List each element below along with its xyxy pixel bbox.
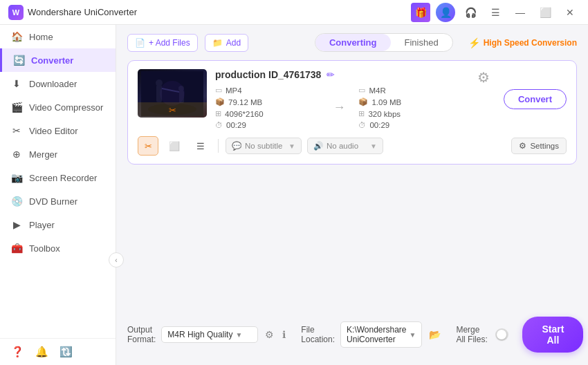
minimize-icon[interactable]: — — [511, 3, 530, 22]
main-layout: 🏠 Home 🔄 Converter ⬇ Downloader 🎬 Video … — [0, 25, 588, 365]
sidebar-item-player[interactable]: ▶ Player — [0, 213, 116, 236]
sidebar-item-screen-recorder[interactable]: 📷 Screen Recorder — [0, 166, 116, 189]
target-format-row: ▭ M4R — [358, 86, 463, 95]
sidebar-collapse-button[interactable]: ‹ — [109, 252, 124, 268]
tab-finished[interactable]: Finished — [391, 34, 452, 51]
settings-button[interactable]: ⚙ Settings — [511, 138, 567, 154]
add-files-icon: 📄 — [135, 38, 145, 48]
sidebar-item-video-compressor[interactable]: 🎬 Video Compressor — [0, 95, 116, 119]
effects-tool-button[interactable]: ☰ — [190, 136, 211, 156]
sidebar-item-toolbox[interactable]: 🧰 Toolbox — [0, 236, 116, 260]
target-duration: 00:29 — [369, 121, 389, 129]
target-size: 1.09 MB — [371, 98, 401, 106]
refresh-icon[interactable]: 🔃 — [59, 346, 73, 358]
card-right-icons: ⚙ — [477, 69, 490, 86]
format-info-icon[interactable]: ℹ — [281, 328, 287, 341]
title-bar: W Wondershare UniConverter 🎁 👤 🎧 ☰ — ⬜ ✕ — [0, 0, 588, 25]
bell-icon[interactable]: 🔔 — [35, 346, 48, 358]
screen-recorder-icon: 📷 — [11, 172, 22, 183]
source-size: 79.12 MB — [228, 98, 262, 106]
home-icon: 🏠 — [11, 31, 22, 42]
sidebar-label-screen-recorder: Screen Recorder — [29, 173, 97, 183]
sidebar-label-home: Home — [29, 32, 53, 42]
merge-all-field: Merge All Files: — [456, 325, 508, 344]
file-thumbnail: ✂ — [138, 69, 207, 118]
start-all-button[interactable]: Start All — [522, 317, 583, 353]
target-bitrate: 320 kbps — [368, 110, 401, 118]
format-chevron-icon: ▼ — [235, 331, 242, 339]
high-speed-label: High Speed Conversion — [484, 38, 577, 48]
source-duration-row: ⏱ 00:29 — [215, 121, 320, 129]
edit-title-icon[interactable]: ✏ — [327, 69, 335, 80]
file-info: production ID_4761738 ✏ ▭ MP4 📦 — [215, 69, 463, 129]
output-format-field: Output Format: M4R High Quality ▼ ⚙ ℹ — [127, 325, 287, 344]
output-format-value: M4R High Quality — [167, 330, 232, 339]
source-size-row: 📦 79.12 MB — [215, 97, 320, 106]
output-format-select[interactable]: M4R High Quality ▼ — [161, 326, 258, 343]
subtitle-select[interactable]: 💬 No subtitle ▼ — [226, 138, 302, 154]
high-speed-conversion-button[interactable]: ⚡ High Speed Conversion — [468, 37, 577, 48]
folder-open-icon[interactable]: 📂 — [428, 328, 442, 341]
maximize-icon[interactable]: ⬜ — [535, 3, 555, 22]
file-meta-grid: ▭ MP4 📦 79.12 MB ⊞ 4096*2160 — [215, 86, 463, 129]
add-folder-label: Add — [226, 38, 241, 48]
toolbar: 📄 + Add Files 📁 Add Converting Finished … — [127, 33, 577, 52]
sidebar-item-converter[interactable]: 🔄 Converter — [0, 48, 116, 72]
file-location-value: K:\Wondershare UniConverter — [347, 325, 407, 344]
close-icon[interactable]: ✕ — [560, 3, 580, 22]
resolution-icon: ⊞ — [215, 109, 221, 118]
subtitle-icon: 💬 — [232, 141, 241, 151]
merge-all-toggle[interactable] — [495, 328, 509, 341]
help-icon[interactable]: ❓ — [11, 346, 24, 358]
sidebar-label-dvd-burner: DVD Burner — [29, 196, 77, 207]
merge-all-label: Merge All Files: — [456, 325, 489, 344]
sidebar-item-merger[interactable]: ⊕ Merger — [0, 142, 116, 166]
source-duration: 00:29 — [226, 121, 246, 129]
file-card: ✂ production ID_4761738 ✏ ▭ — [127, 60, 577, 165]
bitrate-icon: ⊞ — [358, 109, 365, 118]
target-format-icon: ▭ — [358, 86, 365, 95]
source-resolution: 4096*2160 — [225, 110, 264, 118]
audio-select[interactable]: 🔊 No audio ▼ — [307, 138, 383, 154]
format-settings-icon[interactable]: ⚙ — [264, 328, 275, 341]
sidebar-label-video-compressor: Video Compressor — [29, 102, 103, 113]
convert-button[interactable]: Convert — [504, 89, 567, 109]
file-card-top: ✂ production ID_4761738 ✏ ▭ — [138, 69, 567, 129]
settings-label: Settings — [530, 142, 559, 150]
scissors-icon: ✂ — [169, 105, 176, 115]
gift-icon[interactable]: 🎁 — [411, 3, 430, 22]
sidebar-footer: ❓ 🔔 🔃 — [0, 338, 116, 365]
file-location-select[interactable]: K:\Wondershare UniConverter ▼ — [340, 321, 422, 348]
sidebar-label-toolbox: Toolbox — [29, 243, 60, 254]
sidebar-item-home[interactable]: 🏠 Home — [0, 25, 116, 48]
size-icon: 📦 — [215, 97, 225, 106]
video-editor-icon: ✂ — [11, 125, 22, 136]
sidebar-item-video-editor[interactable]: ✂ Video Editor — [0, 119, 116, 142]
toolbox-icon: 🧰 — [11, 243, 22, 254]
sidebar-label-video-editor: Video Editor — [29, 126, 78, 136]
target-duration-row: ⏱ 00:29 — [358, 121, 463, 129]
duration-icon: ⏱ — [215, 121, 223, 129]
source-format: MP4 — [226, 86, 242, 95]
crop-tool-button[interactable]: ⬜ — [164, 136, 185, 156]
file-title: production ID_4761738 — [215, 69, 321, 80]
file-location-label: File Location: — [301, 325, 335, 344]
target-bitrate-row: ⊞ 320 kbps — [358, 109, 463, 118]
sidebar-item-dvd-burner[interactable]: 💿 DVD Burner — [0, 189, 116, 213]
output-format-label: Output Format: — [127, 325, 156, 344]
card-settings-icon[interactable]: ⚙ — [477, 69, 490, 86]
user-icon[interactable]: 👤 — [436, 3, 455, 22]
lightning-icon: ⚡ — [468, 37, 480, 48]
window-controls: 🎁 👤 🎧 ☰ — ⬜ ✕ — [411, 3, 580, 22]
dvd-burner-icon: 💿 — [11, 196, 22, 207]
target-size-row: 📦 1.09 MB — [358, 97, 463, 106]
add-files-button[interactable]: 📄 + Add Files — [127, 34, 198, 52]
video-compressor-icon: 🎬 — [11, 102, 22, 113]
scissors-tool-button[interactable]: ✂ — [138, 136, 158, 156]
add-folder-button[interactable]: 📁 Add — [205, 34, 248, 52]
sidebar-item-downloader[interactable]: ⬇ Downloader — [0, 72, 116, 95]
headset-icon[interactable]: 🎧 — [461, 3, 480, 22]
menu-icon[interactable]: ☰ — [486, 3, 505, 22]
convert-arrow-icon: → — [333, 100, 345, 115]
tab-converting[interactable]: Converting — [315, 34, 391, 51]
